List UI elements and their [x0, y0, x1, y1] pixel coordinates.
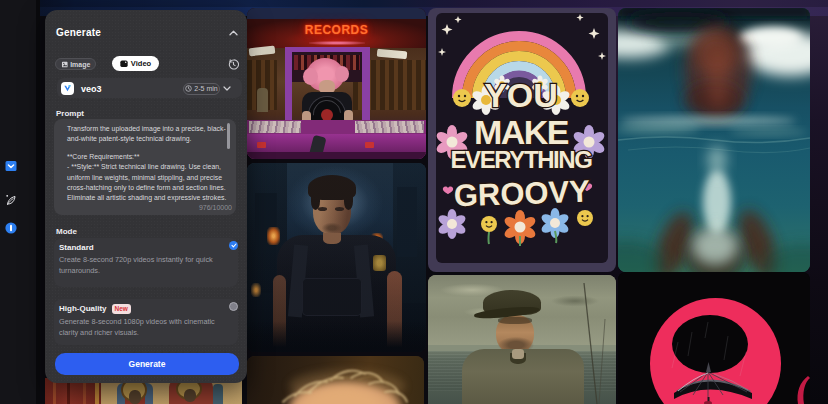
svg-text:EVERYTHING: EVERYTHING	[450, 146, 592, 173]
svg-text:YOU: YOU	[484, 76, 558, 114]
svg-text:GROOVY: GROOVY	[453, 174, 591, 214]
